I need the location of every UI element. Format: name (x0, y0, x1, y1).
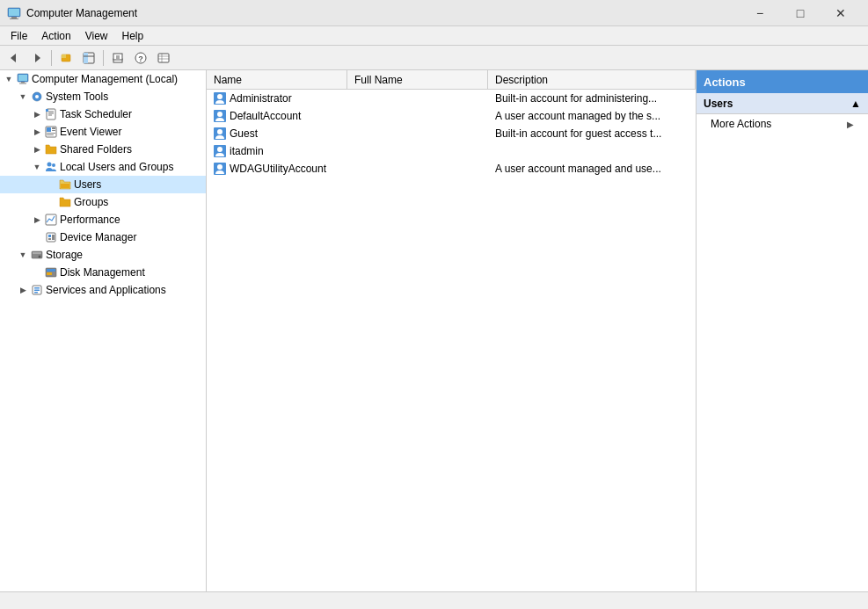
middle-panel: Name Full Name Description Administrator (207, 70, 697, 591)
svg-rect-54 (47, 272, 52, 275)
svg-rect-50 (33, 252, 41, 254)
tree-root[interactable]: ▼ Computer Management (Local) (0, 70, 206, 88)
performance-expander[interactable]: ▶ (30, 213, 44, 227)
svg-point-51 (39, 256, 41, 258)
svg-rect-17 (158, 54, 169, 62)
menu-file[interactable]: File (4, 26, 34, 45)
storage-label: Storage (46, 249, 83, 261)
system-tools-icon (30, 90, 44, 104)
col-header-name[interactable]: Name (207, 70, 347, 89)
menu-bar: File Action View Help (0, 26, 868, 46)
svg-rect-46 (48, 235, 51, 237)
svg-rect-57 (34, 290, 40, 292)
groups-label: Groups (74, 196, 108, 208)
menu-help[interactable]: Help (115, 26, 151, 45)
toolbar-back[interactable] (4, 48, 25, 68)
tree-panel: ▼ Computer Management (Local) ▼ (0, 70, 207, 591)
tree-shared-folders[interactable]: ▶ Shared Folders (0, 141, 206, 158)
cell-name-itadmin: itadmin (207, 145, 347, 157)
root-expander[interactable]: ▼ (2, 72, 16, 86)
cell-desc-guest: Built-in account for guest access t... (488, 127, 696, 140)
services-label: Services and Applications (46, 284, 166, 296)
list-item[interactable]: itadmin (207, 142, 696, 160)
tree-task-scheduler[interactable]: ▶ Task Scheduler (0, 105, 206, 123)
col-header-fullname[interactable]: Full Name (347, 70, 488, 89)
root-label: Computer Management (Local) (32, 73, 178, 85)
svg-point-43 (52, 163, 55, 167)
svg-rect-22 (18, 75, 27, 81)
svg-point-60 (217, 94, 222, 99)
cell-name-administrator: Administrator (207, 92, 347, 105)
shared-expander[interactable]: ▶ (30, 142, 44, 156)
services-expander[interactable]: ▶ (16, 283, 30, 297)
tree-device-manager[interactable]: ▶ Device Manager (0, 228, 206, 246)
svg-rect-30 (40, 97, 41, 98)
event-expander[interactable]: ▶ (30, 125, 44, 139)
svg-rect-27 (37, 92, 38, 94)
svg-rect-23 (21, 82, 25, 83)
cell-name-defaultaccount: DefaultAccount (207, 110, 347, 122)
cell-name-wdag: WDAGUtilityAccount (207, 163, 347, 175)
list-item[interactable]: WDAGUtilityAccount A user account manage… (207, 160, 696, 178)
svg-rect-38 (52, 127, 55, 129)
user-icon (214, 127, 226, 140)
task-scheduler-icon (44, 107, 58, 121)
toolbar-view[interactable] (153, 48, 174, 68)
svg-rect-56 (34, 287, 40, 289)
cell-desc-defaultaccount: A user account managed by the s... (488, 110, 696, 122)
restore-button[interactable]: □ (780, 0, 821, 26)
local-users-icon (44, 160, 58, 174)
tree-storage[interactable]: ▼ Storage (0, 246, 206, 264)
user-icon (214, 163, 226, 175)
col-header-description[interactable]: Description (488, 70, 696, 89)
menu-view[interactable]: View (78, 26, 115, 45)
title-bar: Computer Management − □ ✕ (0, 0, 868, 26)
minimize-button[interactable]: − (740, 0, 780, 26)
system-tools-expander[interactable]: ▼ (16, 90, 30, 104)
performance-label: Performance (60, 214, 120, 226)
tree-event-viewer[interactable]: ▶ Event Viewer (0, 123, 206, 141)
toolbar-show-hide[interactable] (78, 48, 99, 68)
cell-name-guest: Guest (207, 127, 347, 140)
event-viewer-icon (44, 125, 58, 139)
toolbar-help[interactable]: ? (130, 48, 151, 68)
actions-title: Actions (704, 76, 746, 89)
tree-users[interactable]: ▶ Users (0, 176, 206, 193)
list-item[interactable]: DefaultAccount A user account managed by… (207, 107, 696, 125)
users-folder-icon (58, 178, 72, 192)
toolbar-export[interactable] (107, 48, 128, 68)
svg-rect-29 (33, 97, 34, 98)
users-label: Users (74, 178, 101, 191)
close-button[interactable]: ✕ (821, 0, 861, 26)
local-users-expander[interactable]: ▼ (30, 160, 44, 174)
actions-panel: Actions Users ▲ More Actions ▶ (697, 70, 868, 591)
task-expander[interactable]: ▶ (30, 107, 44, 121)
users-section-header[interactable]: Users ▲ (697, 93, 868, 114)
list-item[interactable]: Administrator Built-in account for admin… (207, 90, 696, 107)
tree-performance[interactable]: ▶ Performance (0, 211, 206, 228)
user-icon (214, 92, 226, 105)
users-section-label: Users (704, 98, 733, 110)
storage-expander[interactable]: ▼ (16, 248, 30, 262)
tree-system-tools[interactable]: ▼ System Tools (0, 88, 206, 105)
menu-action[interactable]: Action (34, 26, 77, 45)
svg-point-26 (35, 95, 39, 98)
list-item[interactable]: Guest Built-in account for guest access … (207, 125, 696, 142)
svg-rect-1 (9, 9, 19, 16)
toolbar-forward[interactable] (26, 48, 47, 68)
more-actions-item[interactable]: More Actions ▶ (697, 114, 868, 134)
toolbar-up[interactable] (55, 48, 77, 68)
user-icon (214, 110, 226, 122)
tree-groups[interactable]: ▶ Groups (0, 193, 206, 211)
tree-services-apps[interactable]: ▶ Services and Applications (0, 281, 206, 299)
tree-local-users[interactable]: ▼ Local Users and Groups (0, 158, 206, 176)
actions-header: Actions (697, 70, 868, 93)
svg-rect-39 (52, 130, 55, 131)
svg-text:?: ? (138, 54, 143, 63)
list-body: Administrator Built-in account for admin… (207, 90, 696, 591)
list-header: Name Full Name Description (207, 70, 696, 90)
tree-disk-management[interactable]: ▶ Disk Management (0, 264, 206, 281)
main-container: ▼ Computer Management (Local) ▼ (0, 70, 868, 609)
cell-desc-administrator: Built-in account for administering... (488, 92, 696, 105)
disk-management-label: Disk Management (60, 266, 145, 279)
